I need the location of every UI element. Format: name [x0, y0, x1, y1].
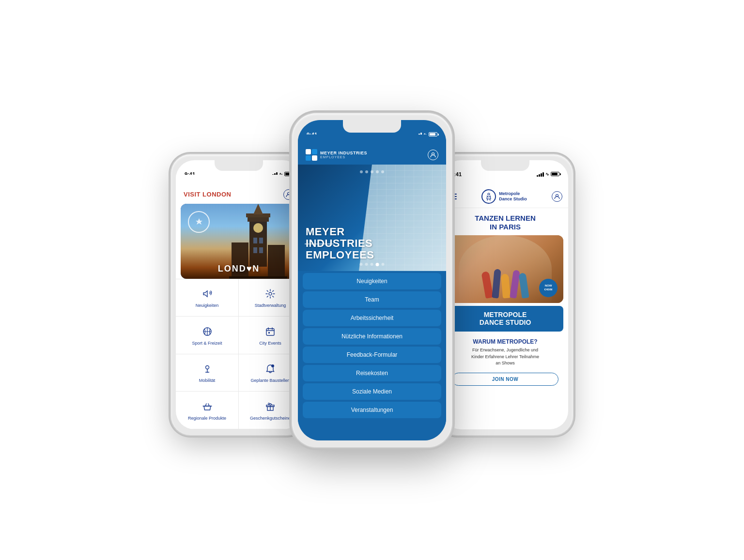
basket-icon [201, 400, 214, 413]
gift-icon [264, 400, 277, 413]
center-menu-nuetzliche[interactable]: Nützliche Informationen [303, 328, 441, 345]
phone-center: 9:41 ∿ [292, 113, 452, 447]
price-value: €40/M [544, 288, 553, 291]
megaphone-icon [201, 287, 214, 301]
dance-logo-circle [481, 189, 496, 204]
center-header: MEYER INDUSTRIES EMPLOYEES [298, 135, 446, 165]
brand-text: MEYER INDUSTRIES EMPLOYEES [320, 151, 367, 159]
svg-point-13 [269, 292, 272, 295]
svg-rect-6 [253, 238, 257, 243]
logo-sq-4 [312, 155, 317, 161]
fork-icon [201, 362, 214, 376]
right-header: MetropoleDance Studio [442, 175, 568, 208]
menu-label-geschenk: Geschenkgutscheine [250, 416, 291, 421]
dance-logo: MetropoleDance Studio [481, 189, 527, 204]
svg-rect-11 [268, 245, 285, 279]
center-menu-arbeitssicherheit[interactable]: Arbeitssicherheit [303, 310, 441, 326]
dance-brand-text: MetropoleDance Studio [499, 191, 527, 202]
right-user-icon[interactable] [552, 191, 562, 202]
dance-banner-title: METROPOLEDANCE STUDIO [453, 311, 558, 327]
left-header: VISIT LONDON [176, 175, 302, 204]
svg-point-23 [488, 193, 490, 195]
join-now-button[interactable]: JOIN NOW [452, 373, 558, 386]
basketball-icon [201, 325, 214, 338]
center-hero: MEYERINDUSTRIESEMPLOYEES [298, 165, 446, 271]
price-now: NOW [545, 284, 552, 288]
menu-label-sport: Sport & Freizeit [192, 341, 222, 346]
center-menu-soziale[interactable]: Soziale Medien [303, 383, 441, 400]
right-battery [551, 172, 559, 176]
svg-rect-7 [259, 238, 263, 243]
svg-point-21 [268, 403, 270, 404]
center-battery [429, 132, 437, 136]
menu-item-neuigkeiten[interactable]: Neuigkeiten [176, 279, 239, 317]
logo-squares [306, 149, 317, 161]
visit-london-title: VISIT LONDON [184, 191, 231, 198]
right-section-text: Für Erwachsene, Jugendliche undKinder Er… [442, 347, 568, 371]
logo-sq-1 [306, 149, 311, 154]
right-section-title: WARUM METROPOLE? [442, 334, 568, 347]
logo-sq-3 [306, 155, 311, 161]
center-menu-reisekosten[interactable]: Reisekosten [303, 365, 441, 381]
menu-item-sport[interactable]: Sport & Freizeit [176, 317, 239, 354]
center-menu-list: Neuigkeiten Team Arbeitssicherheit Nützl… [298, 271, 446, 440]
svg-rect-12 [229, 276, 287, 279]
menu-label-stadtverwaltung: Stadtverwaltung [255, 303, 286, 308]
svg-point-17 [205, 366, 209, 369]
svg-rect-9 [259, 247, 263, 253]
center-hero-title: MEYERINDUSTRIESEMPLOYEES [306, 226, 374, 261]
london-badge [188, 211, 210, 233]
menu-item-regionale[interactable]: Regionale Produkte [176, 392, 239, 429]
menu-label-mobilitaet: Mobilität [199, 378, 216, 383]
svg-point-18 [271, 364, 274, 367]
svg-rect-15 [266, 329, 274, 335]
dance-hero-img: NOW €40/M [447, 235, 563, 303]
center-phone-screen: 9:41 ∿ [298, 120, 446, 440]
svg-point-5 [253, 223, 263, 233]
brand-name: MEYER INDUSTRIES [320, 151, 367, 155]
svg-marker-4 [253, 204, 263, 214]
brand-logo: MEYER INDUSTRIES EMPLOYEES [306, 149, 367, 161]
phone-left: 9:41 ∿ [171, 154, 307, 435]
left-screen-content: 9:41 ∿ [176, 160, 302, 429]
left-notch [215, 160, 263, 171]
right-screen-content: 9:41 ∿ [442, 160, 568, 429]
center-menu-feedback[interactable]: Feedback-Formular [303, 347, 441, 363]
right-notch [481, 160, 529, 171]
center-notch [343, 120, 401, 133]
menu-label-cityevents: City Events [259, 341, 281, 346]
hero-title-overlay: MEYERINDUSTRIESEMPLOYEES [306, 226, 374, 261]
center-menu-team[interactable]: Team [303, 291, 441, 308]
london-hero-image: LOND♥N [181, 204, 297, 279]
calendar-icon [264, 325, 277, 338]
dance-banner: METROPOLEDANCE STUDIO [447, 306, 563, 332]
center-menu-neuigkeiten[interactable]: Neuigkeiten [303, 273, 441, 289]
svg-rect-16 [268, 332, 270, 333]
menu-item-mobilitaet[interactable]: Mobilität [176, 354, 239, 392]
brand-sub: EMPLOYEES [320, 155, 367, 159]
center-user-icon[interactable] [428, 150, 438, 160]
center-menu-veranstaltungen[interactable]: Veranstaltungen [303, 402, 441, 418]
center-screen-content: 9:41 ∿ [298, 120, 446, 440]
left-menu-grid: Neuigkeiten Stadtverwaltung [176, 279, 302, 429]
gear-icon [264, 287, 277, 301]
logo-sq-2 [312, 149, 317, 154]
left-phone-screen: 9:41 ∿ [176, 160, 302, 429]
menu-label-neuigkeiten: Neuigkeiten [196, 303, 219, 308]
menu-label-regionale: Regionale Produkte [188, 416, 226, 421]
phones-container: 9:41 ∿ [81, 38, 663, 522]
price-badge: NOW €40/M [539, 279, 558, 297]
phone-right: 9:41 ∿ [437, 154, 573, 435]
bell-icon [264, 362, 277, 376]
right-phone-screen: 9:41 ∿ [442, 160, 568, 429]
london-text: LOND♥N [218, 264, 260, 274]
dance-brand-name: MetropoleDance Studio [499, 191, 527, 202]
svg-rect-8 [253, 247, 257, 253]
menu-label-baustellen: Geplante Baustellen [250, 378, 290, 383]
right-hero-title: TANZEN LERNENIN PARIS [442, 208, 568, 235]
